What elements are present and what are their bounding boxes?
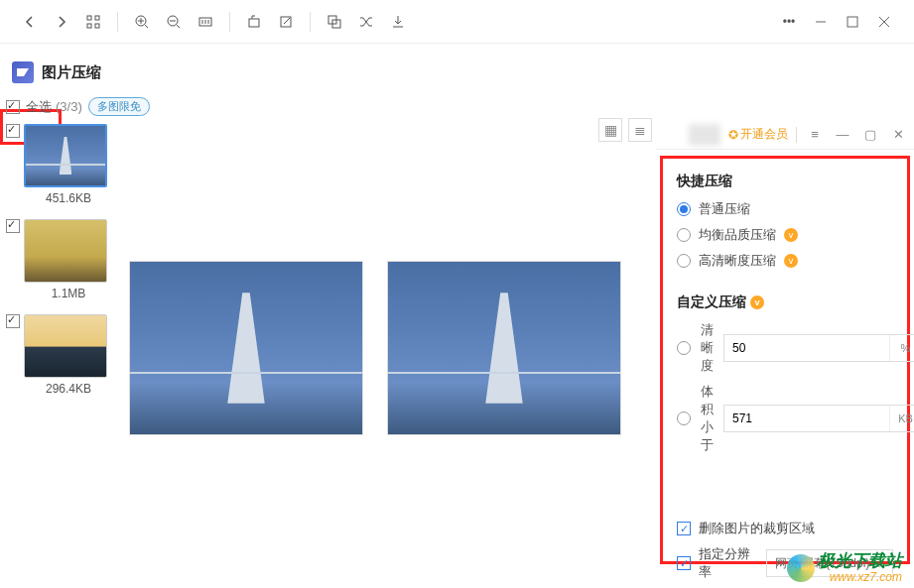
svg-rect-3: [95, 24, 99, 28]
radio-hd-compress[interactable]: 高清晰度压缩 v: [677, 252, 893, 270]
more-button[interactable]: •••: [775, 8, 803, 36]
size-input[interactable]: [724, 406, 889, 431]
thumbnail-list: 451.6KB 1.1MB 296.4KB: [0, 120, 119, 579]
custom-clarity-row[interactable]: 清晰度 %: [677, 321, 893, 375]
thumb-size-label: 451.6KB: [24, 191, 113, 205]
custom-compress-title: 自定义压缩 v: [677, 294, 893, 311]
radio-icon: [677, 412, 691, 425]
thumb-size-label: 1.1MB: [24, 287, 113, 300]
back-button[interactable]: [16, 8, 44, 36]
top-toolbar: •••: [0, 0, 914, 44]
size-unit: KB: [889, 406, 914, 431]
vip-badge-icon: v: [784, 254, 798, 268]
svg-rect-1: [95, 16, 99, 20]
thumb-item[interactable]: 451.6KB: [6, 124, 113, 215]
radio-icon: [677, 341, 691, 355]
radio-icon: [677, 202, 691, 216]
settings-panel: 快捷压缩 普通压缩 均衡品质压缩 v 高清晰度压缩 v 自定义压缩 v: [660, 156, 910, 564]
vip-badge-icon: v: [750, 295, 764, 309]
rotate-button[interactable]: [240, 8, 268, 36]
watermark: 极光下载站 www.xz7.com: [806, 545, 914, 588]
svg-rect-2: [87, 24, 91, 28]
vip-badge-icon: v: [784, 228, 798, 242]
thumb-size-label: 296.4KB: [24, 382, 113, 396]
svg-rect-7: [249, 19, 259, 27]
panel-minimize[interactable]: —: [833, 125, 852, 145]
view-list-icon[interactable]: ≣: [628, 118, 652, 142]
panel-maximize[interactable]: ▢: [860, 125, 880, 145]
close-button[interactable]: [870, 8, 898, 36]
check-delete-crop[interactable]: ✓ 删除图片的裁剪区域: [677, 520, 893, 537]
zoom-in-button[interactable]: [128, 8, 156, 36]
select-row: 全选 (3/3) 多图限免: [0, 93, 914, 120]
thumb-image[interactable]: [24, 219, 107, 283]
grid-button[interactable]: [79, 8, 107, 36]
title-row: 图片压缩: [0, 44, 914, 93]
thumb-item[interactable]: 296.4KB: [6, 314, 113, 406]
right-panel: ✪开通会员 ≡ — ▢ ✕ 快捷压缩 普通压缩 均衡品质压缩 v 高清晰度压缩 …: [656, 120, 914, 579]
preview-compressed: [387, 261, 621, 435]
svg-rect-11: [848, 17, 857, 27]
right-header: ✪开通会员 ≡ — ▢ ✕: [656, 120, 914, 150]
user-avatar[interactable]: [689, 124, 720, 146]
clarity-input[interactable]: [724, 335, 889, 361]
select-all-checkbox[interactable]: [6, 100, 20, 114]
shuffle-button[interactable]: [352, 8, 380, 36]
select-all-label: 全选 (3/3): [26, 98, 82, 116]
actual-size-button[interactable]: [192, 8, 219, 36]
download-button[interactable]: [384, 8, 412, 36]
maximize-button[interactable]: [839, 8, 866, 36]
menu-icon[interactable]: ≡: [805, 125, 825, 145]
edit-button[interactable]: [272, 8, 300, 36]
radio-balanced-compress[interactable]: 均衡品质压缩 v: [677, 226, 893, 244]
multi-free-tag: 多图限免: [88, 97, 150, 116]
radio-icon: [677, 228, 691, 242]
thumb-item[interactable]: 1.1MB: [6, 219, 113, 310]
thumb-checkbox[interactable]: [6, 219, 20, 233]
vip-link[interactable]: ✪开通会员: [728, 126, 788, 143]
forward-button[interactable]: [48, 8, 75, 36]
page-title: 图片压缩: [42, 63, 101, 82]
resize-button[interactable]: [321, 8, 348, 36]
radio-normal-compress[interactable]: 普通压缩: [677, 200, 893, 218]
panel-close[interactable]: ✕: [888, 125, 908, 145]
thumb-image[interactable]: [24, 124, 107, 187]
checkbox-icon: ✓: [677, 556, 691, 570]
svg-rect-0: [87, 16, 91, 20]
clarity-unit: %: [889, 335, 914, 361]
radio-icon: [677, 254, 691, 268]
custom-size-row[interactable]: 体积小于 KB: [677, 383, 893, 454]
app-icon: [12, 61, 34, 83]
checkbox-icon: ✓: [677, 522, 691, 535]
zoom-out-button[interactable]: [160, 8, 188, 36]
thumb-checkbox[interactable]: [6, 314, 20, 328]
minimize-button[interactable]: [807, 8, 835, 36]
preview-original: [129, 261, 363, 435]
thumb-image[interactable]: [24, 314, 107, 378]
quick-compress-title: 快捷压缩: [677, 173, 893, 190]
view-grid-icon[interactable]: ▦: [598, 118, 622, 142]
preview-area: ▦ ≣: [119, 120, 656, 579]
thumb-checkbox[interactable]: [6, 124, 20, 138]
